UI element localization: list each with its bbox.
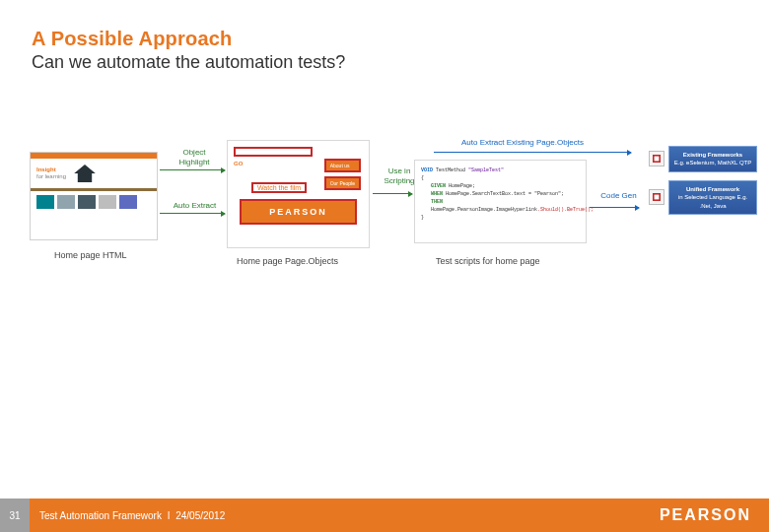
unified-sub: in Selected Language E.g. .Net, Java xyxy=(672,193,753,210)
home-page-thumbnail: Insight for learning xyxy=(30,152,158,240)
kw-then: THEN xyxy=(431,199,443,205)
slide-title: A Possible Approach xyxy=(32,28,737,50)
l3-m1: .Should() xyxy=(537,207,564,213)
arrow-code-gen xyxy=(590,207,639,208)
l3-mid: HomePage.PearsonImage.ImageHyperlink xyxy=(431,207,537,213)
right-buttons: About us Our People xyxy=(324,159,361,190)
existing-frameworks-box: Existing Frameworks E.g. eSelenium, Math… xyxy=(668,146,757,172)
image-placeholder-icon xyxy=(649,151,664,166)
svg-rect-2 xyxy=(655,157,660,162)
code-line-2: WHEN HomePage.SearchTextBox.text = "Pear… xyxy=(421,190,580,198)
thumbnail-brand-row: Insight for learning xyxy=(31,159,157,184)
frameworks-column: Existing Frameworks E.g. eSelenium, Math… xyxy=(649,146,757,215)
footer-date: 24/05/2012 xyxy=(175,510,225,521)
thumbnail-divider xyxy=(31,188,157,191)
panel2-caption: Home page Page.Objects xyxy=(237,256,338,266)
label-code-gen: Code Gen xyxy=(596,191,641,201)
unified-framework-box: Unified Framework in Selected Language E… xyxy=(668,180,757,215)
thumb-4 xyxy=(99,195,116,209)
label-use-in-scripting: Use in Scripting xyxy=(380,166,419,185)
brace-open: { xyxy=(421,175,424,181)
footer-text: Test Automation Framework xyxy=(39,510,162,521)
diagram: Insight for learning Home page HTML Obje… xyxy=(0,132,769,349)
svg-marker-0 xyxy=(74,165,96,182)
existing-frameworks-row: Existing Frameworks E.g. eSelenium, Math… xyxy=(649,146,757,172)
code-signature: VOID TestMethod "SampleTest" xyxy=(421,166,580,174)
panel1-caption: Home page HTML xyxy=(54,250,127,260)
pearson-logo-block: PEARSON xyxy=(240,199,357,225)
unified-title: Unified Framework xyxy=(672,185,753,193)
title-block: A Possible Approach Can we automate the … xyxy=(0,0,769,73)
thumb-2 xyxy=(57,195,75,209)
brand-line2: for learning xyxy=(36,173,66,180)
arrow-auto-extract-existing xyxy=(434,152,631,153)
svg-rect-4 xyxy=(655,195,660,200)
code-line-3: THEN HomePage.PearsonImage.ImageHyperlin… xyxy=(421,198,580,214)
page-objects-panel: GO About us Our People Watch the film PE… xyxy=(227,140,370,248)
kw-when: WHEN xyxy=(431,191,443,197)
label-object-highlight: Object Highlight xyxy=(170,148,219,166)
unified-framework-row: Unified Framework in Selected Language E… xyxy=(649,180,757,215)
page-number: 31 xyxy=(0,499,30,532)
thumbnail-brand: Insight for learning xyxy=(36,166,66,179)
l2-rest: HomePage.SearchTextBox.text = "Pearson"; xyxy=(443,191,564,197)
footer-left: 31 Test Automation Framework l 24/05/201… xyxy=(0,499,225,532)
thumbnail-images-row xyxy=(31,195,157,209)
label-auto-extract: Auto Extract xyxy=(168,201,222,211)
house-icon xyxy=(74,165,96,182)
thumb-1 xyxy=(36,195,54,209)
about-us-button: About us xyxy=(324,159,361,172)
image-placeholder-icon xyxy=(649,189,664,205)
existing-title: Existing Frameworks xyxy=(672,151,753,159)
footer-bar: 31 Test Automation Framework l 24/05/201… xyxy=(0,499,769,532)
code-line-1: GIVEN HomePage; xyxy=(421,182,580,190)
pearson-brand-logo: PEARSON xyxy=(660,506,751,524)
kw-void: VOID xyxy=(421,167,433,173)
method-arg: "SampleTest" xyxy=(468,167,504,173)
our-people-button: Our People xyxy=(324,176,361,190)
slide-subtitle: Can we automate the automation tests? xyxy=(32,52,737,73)
brace-close: } xyxy=(421,215,424,221)
test-script-panel: VOID TestMethod "SampleTest" { GIVEN Hom… xyxy=(414,160,587,243)
kw-given: GIVEN xyxy=(431,183,446,189)
arrow-auto-extract xyxy=(160,213,225,214)
watch-film-link: Watch the film xyxy=(251,182,307,193)
footer-sep: l xyxy=(168,510,170,521)
arrow-object-highlight xyxy=(160,169,225,170)
method-name: TestMethod xyxy=(436,167,465,173)
existing-sub: E.g. eSelenium, MathXL QTP xyxy=(672,159,753,166)
arrow-use-in-scripting xyxy=(373,193,412,194)
brand-line1: Insight xyxy=(36,166,66,173)
l1-rest: HomePage; xyxy=(446,183,475,189)
panel3-caption: Test scripts for home page xyxy=(436,256,540,266)
thumb-3 xyxy=(78,195,96,209)
search-box-highlight xyxy=(234,147,313,157)
thumb-5 xyxy=(119,195,137,209)
label-auto-extract-existing: Auto Extract Existing Page.Objects xyxy=(454,138,592,148)
